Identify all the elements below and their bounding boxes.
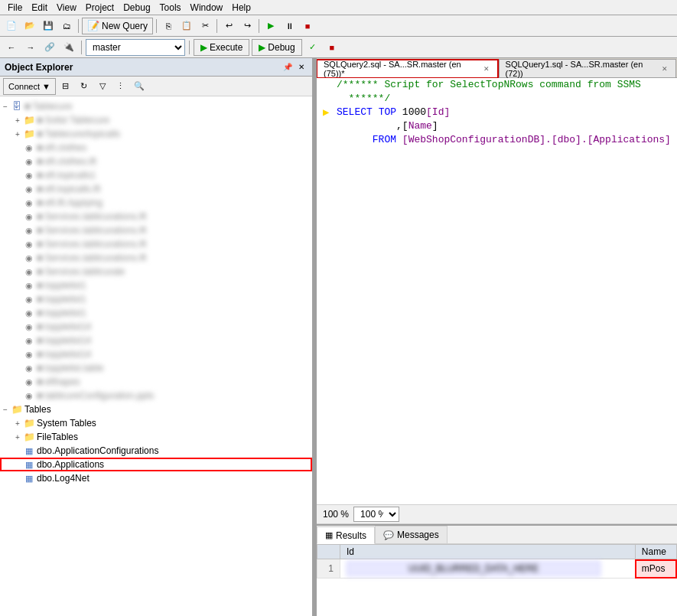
tree-expander-3[interactable] xyxy=(12,142,23,153)
zoom-dropdown[interactable]: 100 % 75 % 125 % xyxy=(353,507,399,522)
tree-item-2[interactable]: +📁■ Tablecure/topicalls xyxy=(0,127,312,141)
tree-expander-13[interactable] xyxy=(12,280,23,291)
tree-item-22[interactable]: −📁Tables xyxy=(0,403,312,416)
tree-expander-26[interactable] xyxy=(12,459,23,470)
stop-button[interactable]: ■ xyxy=(299,18,316,34)
tree-expander-18[interactable] xyxy=(12,349,23,360)
save-button[interactable]: 💾 xyxy=(40,18,57,34)
paste-button[interactable]: 📋 xyxy=(178,18,195,34)
filter-button[interactable]: ▽ xyxy=(94,78,111,95)
tree-expander-2[interactable]: + xyxy=(12,129,23,139)
tb2-btn4[interactable]: 🔌 xyxy=(60,39,77,56)
tb2-btn3[interactable]: 🔗 xyxy=(41,39,58,56)
tree-item-0[interactable]: −🗄■ Tablecure xyxy=(0,99,312,113)
tree-item-3[interactable]: ◉■ eft.clothes xyxy=(0,141,312,155)
tree-item-14[interactable]: ◉■ topplelist1 xyxy=(0,292,312,306)
tree-item-16[interactable]: ◉■ topplelist14 xyxy=(0,320,312,334)
stop-query-button[interactable]: ■ xyxy=(324,39,340,56)
save-all-button[interactable]: 🗂 xyxy=(58,18,75,34)
tree-item-12[interactable]: ◉■ Services.tablicurate xyxy=(0,265,312,279)
connect-button[interactable]: Connect ▼ xyxy=(3,78,56,95)
tree-expander-8[interactable] xyxy=(12,211,23,222)
results-tab-messages[interactable]: 💬 Messages xyxy=(375,526,448,543)
tree-item-7[interactable]: ◉■ eft.lft.Applying xyxy=(0,196,312,210)
tree-expander-24[interactable]: + xyxy=(12,432,23,442)
results-tab-results[interactable]: ▦ Results xyxy=(317,526,375,544)
tree-item-10[interactable]: ◉■ Services.tablicurations.lft xyxy=(0,237,312,251)
menu-tools[interactable]: Tools xyxy=(155,1,186,15)
tab1-close-button[interactable]: ✕ xyxy=(482,64,491,73)
tree-item-17[interactable]: ◉■ topplelist14 xyxy=(0,334,312,347)
search-button[interactable]: 🔍 xyxy=(131,78,148,95)
tree-expander-0[interactable]: − xyxy=(0,101,11,112)
tb2-btn2[interactable]: → xyxy=(22,39,39,56)
row1-id[interactable]: UUID_BLURRED_DATA_HERE xyxy=(340,559,636,579)
cut-button[interactable]: ✂ xyxy=(197,18,213,34)
tab-sqlquery2[interactable]: SQLQuery2.sql - SA...SR.master (en (75))… xyxy=(317,60,498,78)
tree-item-8[interactable]: ◉■ Services.tablicurations.lft xyxy=(0,210,312,223)
tree-expander-23[interactable]: + xyxy=(12,418,23,429)
panel-close-button[interactable]: ✕ xyxy=(295,61,308,73)
tree-expander-5[interactable] xyxy=(12,170,23,181)
tree-expander-10[interactable] xyxy=(12,239,23,249)
menu-project[interactable]: Project xyxy=(81,1,119,15)
tree-expander-20[interactable] xyxy=(12,376,23,387)
tree-expander-25[interactable] xyxy=(12,445,23,456)
menu-file[interactable]: File xyxy=(3,1,27,15)
tb2-btn1[interactable]: ← xyxy=(3,39,20,56)
tree-expander-17[interactable] xyxy=(12,335,23,346)
menu-window[interactable]: Window xyxy=(186,1,228,15)
tree-expander-16[interactable] xyxy=(12,321,23,332)
options-button[interactable]: ⋮ xyxy=(112,78,129,95)
tree-item-19[interactable]: ◉■ topplelist.table xyxy=(0,361,312,375)
tree-expander-11[interactable] xyxy=(12,253,23,263)
redo-button[interactable]: ↪ xyxy=(239,18,256,34)
tree-expander-7[interactable] xyxy=(12,197,23,208)
tree-expander-9[interactable] xyxy=(12,225,23,236)
tree-item-23[interactable]: +📁System Tables xyxy=(0,416,312,430)
tree-expander-19[interactable] xyxy=(12,363,23,373)
open-file-button[interactable]: 📂 xyxy=(21,18,38,34)
tree-item-26[interactable]: ▦dbo.Applications xyxy=(0,458,312,471)
database-dropdown[interactable]: master xyxy=(86,39,185,56)
tree-item-5[interactable]: ◉■ eft.topicalls1 xyxy=(0,168,312,182)
disconnect-button[interactable]: ⊟ xyxy=(57,78,74,95)
tree-expander-21[interactable] xyxy=(12,390,23,401)
execute-button[interactable]: ▶ Execute xyxy=(194,39,249,56)
menu-help[interactable]: Help xyxy=(227,1,256,15)
menu-edit[interactable]: Edit xyxy=(27,1,52,15)
menu-debug[interactable]: Debug xyxy=(119,1,155,15)
new-file-button[interactable]: 📄 xyxy=(3,18,20,34)
tab-sqlquery1[interactable]: SQLQuery1.sql - SA...SR.master (en (72))… xyxy=(499,59,676,77)
tree-item-4[interactable]: ◉■ eft.clothes.lft xyxy=(0,155,312,168)
menu-view[interactable]: View xyxy=(52,1,81,15)
pause-button[interactable]: ⏸ xyxy=(281,18,298,34)
tree-item-20[interactable]: ◉■ efthapes xyxy=(0,375,312,389)
row1-name[interactable]: mPos xyxy=(635,559,676,579)
tree-expander-15[interactable] xyxy=(12,308,23,318)
checkmark-button[interactable]: ✓ xyxy=(304,39,321,56)
tree-expander-14[interactable] xyxy=(12,294,23,305)
tree-item-18[interactable]: ◉■ topplelist14 xyxy=(0,347,312,361)
tree-item-25[interactable]: ▦dbo.ApplicationConfigurations xyxy=(0,444,312,458)
tree-item-27[interactable]: ▦dbo.Log4Net xyxy=(0,471,312,485)
tree-item-1[interactable]: +📁■ Solist Tablecure xyxy=(0,113,312,127)
tree-expander-4[interactable] xyxy=(12,156,23,167)
refresh-button[interactable]: ↻ xyxy=(76,78,93,95)
new-query-button[interactable]: 📝 New Query xyxy=(82,18,153,34)
tree-item-21[interactable]: ◉■ tablicureConfiguration.ppts xyxy=(0,389,312,403)
tree-item-13[interactable]: ◉■ topplelist1 xyxy=(0,279,312,292)
tree-item-6[interactable]: ◉■ eft.topicalls.lft xyxy=(0,182,312,196)
tree-item-9[interactable]: ◉■ Services.tablicurations.lft xyxy=(0,223,312,237)
tree-expander-27[interactable] xyxy=(12,473,23,484)
code-editor[interactable]: /****** Script for SelectTopNRows comman… xyxy=(317,78,677,504)
tree-expander-12[interactable] xyxy=(12,266,23,277)
copy-button[interactable]: ⎘ xyxy=(160,18,177,34)
tree-expander-1[interactable]: + xyxy=(12,115,23,125)
tree-expander-22[interactable]: − xyxy=(0,404,11,415)
tree-item-11[interactable]: ◉■ Services.tablicurations.lft xyxy=(0,251,312,265)
debug-button[interactable]: ▶ Debug xyxy=(252,39,301,56)
tab2-close-button[interactable]: ✕ xyxy=(660,64,669,73)
tree-expander-6[interactable] xyxy=(12,184,23,194)
tree-item-24[interactable]: +📁FileTables xyxy=(0,430,312,444)
